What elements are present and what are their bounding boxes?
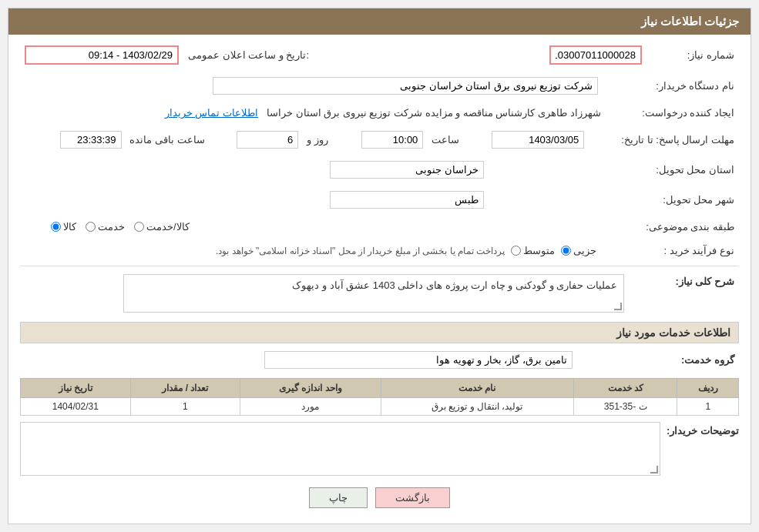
category-radio-cell: کالا/خدمت خدمت کالا (46, 218, 463, 236)
creator-text: شهرزاد طاهری کارشناس مناقصه و مزایده شرک… (267, 107, 601, 119)
description-section-label: شرح کلی نیاز: (629, 271, 739, 316)
info-table-province: استان محل تحویل: (20, 158, 739, 182)
radio-kala-label: کالا (63, 221, 76, 233)
service-section-title: اطلاعات خدمات مورد نیاز (20, 322, 739, 343)
radio-kala-khedmat-label: کالا/خدمت (146, 221, 190, 233)
reply-deadline-label: مهلت ارسال پاسخ: تا تاریخ: (589, 128, 739, 152)
reply-remaining-cell: ساعت باقی مانده (20, 128, 210, 152)
radio-motavasset-item: متوسط (511, 245, 555, 256)
page-wrapper: جزئیات اطلاعات نیاز شماره نیاز: تاریخ و … (0, 0, 759, 532)
creator-label: ایجاد کننده درخواست: (606, 104, 739, 122)
info-table-service-group: گروه خدمت: (20, 348, 739, 372)
province-input[interactable] (330, 161, 484, 179)
header-bar: جزئیات اطلاعات نیاز (8, 8, 751, 35)
service-group-label: گروه خدمت: (577, 348, 739, 372)
radio-jozyi-label: جزیی (573, 245, 596, 256)
process-radio-group: جزیی متوسط پرداخت تمام یا بخشی از مبلغ خ… (25, 245, 596, 256)
buyer-desc-resize[interactable] (650, 466, 658, 473)
radio-khedmat[interactable] (86, 222, 96, 232)
buyer-desc-section: توضیحات خریدار: (20, 422, 739, 476)
info-table-category: طبقه بندی موضوعی: کالا/خدمت خدمت (20, 218, 739, 236)
table-header-row: ردیف کد خدمت نام خدمت واحد اندازه گیری ت… (21, 379, 739, 398)
province-label: استان محل تحویل: (489, 158, 739, 182)
description-text: عملیات حفاری و گودکنی و چاه ارت پروژه ها… (292, 279, 617, 291)
city-value-cell (45, 188, 489, 212)
reply-time-input[interactable] (361, 131, 423, 149)
category-label: طبقه بندی موضوعی: (463, 218, 739, 236)
col-row: ردیف (677, 379, 739, 398)
process-label: نوع فرآیند خرید : (601, 242, 739, 259)
city-label: شهر محل تحویل: (489, 188, 739, 212)
buyer-desc-box (20, 422, 660, 476)
col-name: نام خدمت (381, 379, 573, 398)
process-radio-cell: جزیی متوسط پرداخت تمام یا بخشی از مبلغ خ… (20, 242, 601, 259)
category-radio-group: کالا/خدمت خدمت کالا (51, 221, 458, 233)
reply-days-cell: روز و (210, 128, 333, 152)
cell-name: تولید، انتقال و توزیع برق (381, 398, 573, 416)
radio-jozyi[interactable] (561, 246, 571, 256)
reply-time-label: ساعت (432, 134, 459, 146)
service-group-input[interactable] (264, 351, 573, 369)
page-title: جزئیات اطلاعات نیاز (641, 15, 739, 28)
cell-code: ت -35-351 (573, 398, 677, 416)
province-value-cell (45, 158, 489, 182)
cell-unit: مورد (240, 398, 381, 416)
radio-jozyi-item: جزیی (561, 245, 596, 256)
need-number-input[interactable] (549, 45, 642, 65)
reply-date-input[interactable] (492, 131, 584, 149)
info-table-need-number: شماره نیاز: تاریخ و ساعت اعلان عمومی: (20, 42, 739, 68)
divider-1 (20, 266, 739, 266)
buyer-org-label: نام دستگاه خریدار: (603, 74, 739, 98)
radio-khedmat-item: خدمت (86, 221, 125, 233)
radio-khedmat-label: خدمت (98, 221, 125, 233)
info-table-creator: ایجاد کننده درخواست: شهرزاد طاهری کارشنا… (20, 104, 739, 122)
radio-motavasset-label: متوسط (523, 245, 555, 256)
process-note: پرداخت تمام یا بخشی از مبلغ خریدار از مح… (216, 246, 505, 256)
radio-kala[interactable] (51, 222, 61, 232)
date-label: تاریخ و ساعت اعلان عمومی: (183, 42, 314, 68)
date-input[interactable] (25, 45, 179, 65)
service-group-value-cell (20, 348, 577, 372)
col-unit: واحد اندازه گیری (240, 379, 381, 398)
back-button[interactable]: بازگشت (375, 487, 450, 508)
content-area: شماره نیاز: تاریخ و ساعت اعلان عمومی: (8, 35, 751, 524)
service-table: ردیف کد خدمت نام خدمت واحد اندازه گیری ت… (20, 378, 739, 416)
reply-days-input[interactable] (237, 131, 298, 149)
description-box: عملیات حفاری و گودکنی و چاه ارت پروژه ها… (123, 274, 624, 313)
info-table-process: نوع فرآیند خرید : جزیی متوسط پرداخت (20, 242, 739, 259)
cell-qty: 1 (130, 398, 240, 416)
main-container: جزئیات اطلاعات نیاز شماره نیاز: تاریخ و … (8, 8, 751, 524)
col-qty: تعداد / مقدار (130, 379, 240, 398)
date-value-cell (20, 42, 183, 68)
reply-time-cell: ساعت (333, 128, 464, 152)
buyer-org-value-cell (20, 74, 603, 98)
button-row: بازگشت چاپ (20, 487, 739, 508)
resize-handle[interactable] (614, 303, 622, 310)
need-number-label: شماره نیاز: (646, 42, 739, 68)
cell-row: 1 (677, 398, 739, 416)
creator-value-cell: شهرزاد طاهری کارشناس مناقصه و مزایده شرک… (20, 104, 606, 122)
creator-contact-link[interactable]: اطلاعات تماس خریدار (165, 107, 258, 119)
radio-motavasset[interactable] (511, 246, 521, 256)
reply-days-label: روز و (307, 134, 328, 146)
need-number-value-cell (545, 42, 646, 68)
reply-remaining-label: ساعت باقی مانده (129, 134, 204, 146)
cell-date: 1404/02/31 (21, 398, 131, 416)
description-value-cell: عملیات حفاری و گودکنی و چاه ارت پروژه ها… (20, 271, 629, 316)
col-code: کد خدمت (573, 379, 677, 398)
info-table-city: شهر محل تحویل: (20, 188, 739, 212)
print-button[interactable]: چاپ (309, 487, 368, 508)
reply-date-cell (464, 128, 589, 152)
reply-remaining-input[interactable] (60, 131, 122, 149)
radio-kala-khedmat-item: کالا/خدمت (134, 221, 190, 233)
city-input[interactable] (330, 191, 484, 209)
service-table-body: 1 ت -35-351 تولید، انتقال و توزیع برق مو… (21, 398, 739, 416)
table-row: 1 ت -35-351 تولید، انتقال و توزیع برق مو… (21, 398, 739, 416)
buyer-org-input[interactable] (213, 77, 598, 95)
info-table-reply: مهلت ارسال پاسخ: تا تاریخ: ساعت روز و (20, 128, 739, 152)
buyer-desc-textarea[interactable] (21, 423, 660, 475)
radio-kala-item: کالا (51, 221, 76, 233)
radio-kala-khedmat[interactable] (134, 222, 144, 232)
info-table-description: شرح کلی نیاز: عملیات حفاری و گودکنی و چا… (20, 271, 739, 316)
info-table-buyer-org: نام دستگاه خریدار: (20, 74, 739, 98)
